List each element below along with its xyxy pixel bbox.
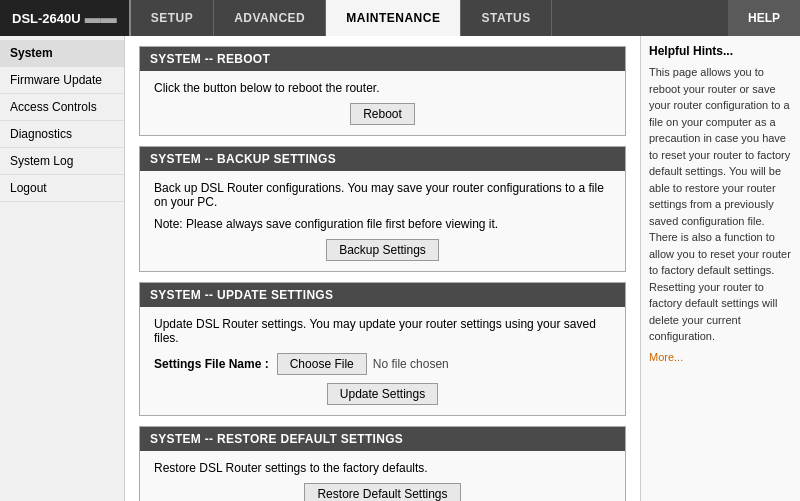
update-description: Update DSL Router settings. You may upda…: [154, 317, 611, 345]
main-content: SYSTEM -- REBOOT Click the button below …: [125, 36, 640, 501]
backup-settings-button[interactable]: Backup Settings: [326, 239, 439, 261]
reboot-header: SYSTEM -- REBOOT: [140, 47, 625, 71]
top-navigation: DSL-2640U ▬▬ SETUP ADVANCED MAINTENANCE …: [0, 0, 800, 36]
sidebar-item-logout[interactable]: Logout: [0, 175, 124, 202]
restore-header: SYSTEM -- RESTORE DEFAULT SETTINGS: [140, 427, 625, 451]
logo-icon: ▬▬: [85, 9, 117, 27]
update-settings-button[interactable]: Update Settings: [327, 383, 438, 405]
update-header: SYSTEM -- UPDATE SETTINGS: [140, 283, 625, 307]
reboot-section: SYSTEM -- REBOOT Click the button below …: [139, 46, 626, 136]
nav-tab-advanced[interactable]: ADVANCED: [214, 0, 326, 36]
file-input-row: Settings File Name : Choose File No file…: [154, 353, 611, 375]
nav-tab-status[interactable]: STATUS: [461, 0, 551, 36]
main-layout: System Firmware Update Access Controls D…: [0, 36, 800, 501]
sidebar-item-system[interactable]: System: [0, 40, 124, 67]
restore-default-settings-button[interactable]: Restore Default Settings: [304, 483, 460, 501]
logo: DSL-2640U ▬▬: [0, 0, 131, 36]
reboot-body: Click the button below to reboot the rou…: [140, 71, 625, 135]
backup-section: SYSTEM -- BACKUP SETTINGS Back up DSL Ro…: [139, 146, 626, 272]
backup-header: SYSTEM -- BACKUP SETTINGS: [140, 147, 625, 171]
sidebar: System Firmware Update Access Controls D…: [0, 36, 125, 501]
more-link[interactable]: More...: [649, 351, 792, 363]
restore-btn-row: Restore Default Settings: [154, 483, 611, 501]
restore-body: Restore DSL Router settings to the facto…: [140, 451, 625, 501]
nav-tab-setup[interactable]: SETUP: [131, 0, 215, 36]
logo-text: DSL-2640U: [12, 11, 81, 26]
reboot-button[interactable]: Reboot: [350, 103, 415, 125]
reboot-btn-row: Reboot: [154, 103, 611, 125]
update-section: SYSTEM -- UPDATE SETTINGS Update DSL Rou…: [139, 282, 626, 416]
sidebar-item-system-log[interactable]: System Log: [0, 148, 124, 175]
backup-description: Back up DSL Router configurations. You m…: [154, 181, 611, 209]
nav-tab-help[interactable]: HELP: [728, 0, 800, 36]
choose-file-button[interactable]: Choose File: [277, 353, 367, 375]
restore-section: SYSTEM -- RESTORE DEFAULT SETTINGS Resto…: [139, 426, 626, 501]
backup-btn-row: Backup Settings: [154, 239, 611, 261]
file-label: Settings File Name :: [154, 357, 269, 371]
nav-tab-maintenance[interactable]: MAINTENANCE: [326, 0, 461, 36]
restore-description: Restore DSL Router settings to the facto…: [154, 461, 611, 475]
sidebar-item-diagnostics[interactable]: Diagnostics: [0, 121, 124, 148]
help-panel: Helpful Hints... This page allows you to…: [640, 36, 800, 501]
sidebar-item-access-controls[interactable]: Access Controls: [0, 94, 124, 121]
help-title: Helpful Hints...: [649, 44, 792, 58]
update-body: Update DSL Router settings. You may upda…: [140, 307, 625, 415]
sidebar-item-firmware-update[interactable]: Firmware Update: [0, 67, 124, 94]
update-btn-row: Update Settings: [154, 383, 611, 405]
backup-body: Back up DSL Router configurations. You m…: [140, 171, 625, 271]
help-text: This page allows you to reboot your rout…: [649, 64, 792, 345]
reboot-description: Click the button below to reboot the rou…: [154, 81, 611, 95]
backup-note: Note: Please always save configuration f…: [154, 217, 611, 231]
no-file-text: No file chosen: [373, 357, 449, 371]
